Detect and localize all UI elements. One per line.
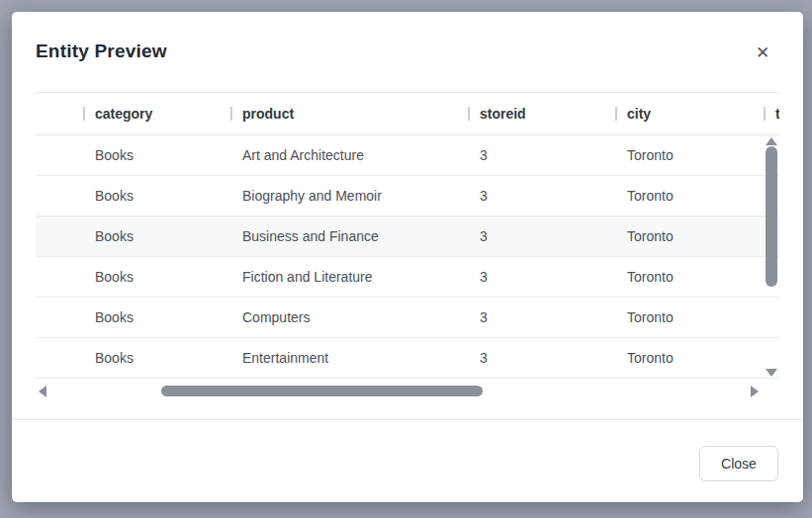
cell-city: Toronto (615, 188, 764, 204)
column-divider (615, 107, 617, 121)
column-divider (764, 107, 766, 121)
cell-storeid: 3 (468, 350, 615, 366)
cell-category: Books (83, 147, 230, 163)
cell-city: Toronto (615, 309, 764, 325)
cell-storeid: 3 (468, 309, 615, 325)
table-row[interactable]: Books Fiction and Literature 3 Toronto (36, 257, 779, 298)
header-gutter (36, 93, 83, 134)
scroll-down-icon[interactable] (766, 369, 777, 377)
column-header-category: category (83, 93, 230, 134)
cell-product: Fiction and Literature (230, 269, 468, 285)
column-divider (83, 107, 85, 121)
cell-city: Toronto (615, 147, 764, 163)
cell-storeid: 3 (468, 269, 615, 285)
horizontal-scrollbar-thumb[interactable] (161, 386, 483, 396)
cell-storeid: 3 (468, 228, 615, 244)
preview-table: category product storeid city t Books A (36, 92, 779, 379)
cell-storeid: 3 (468, 188, 615, 204)
column-label: product (242, 106, 294, 122)
column-header-storeid: storeid (468, 93, 615, 134)
column-header-truncated: t (764, 93, 779, 134)
cell-storeid: 3 (468, 147, 615, 163)
column-label: category (95, 106, 152, 122)
close-button[interactable]: Close (699, 446, 778, 481)
column-header-product: product (230, 93, 468, 134)
dialog-title: Entity Preview (36, 41, 167, 62)
cell-category: Books (83, 228, 230, 244)
table-row[interactable]: Books Business and Finance 3 Toronto (36, 216, 779, 257)
cell-category: Books (83, 188, 230, 204)
table-row[interactable]: Books Computers 3 Toronto (36, 298, 779, 338)
close-icon[interactable]: ✕ (753, 43, 772, 63)
column-label: storeid (480, 106, 526, 122)
cell-product: Business and Finance (230, 228, 468, 244)
table-row[interactable]: Books Biography and Memoir 3 Toronto (36, 176, 779, 216)
cell-product: Biography and Memoir (230, 188, 468, 204)
cell-city: Toronto (615, 269, 764, 285)
table-row[interactable]: Books Entertainment 3 Toronto (36, 338, 779, 379)
table-row[interactable]: Books Art and Architecture 3 Toronto (36, 135, 779, 176)
scroll-up-icon[interactable] (766, 137, 777, 145)
cell-product: Entertainment (230, 350, 468, 366)
cell-city: Toronto (615, 228, 764, 244)
cell-product: Computers (230, 309, 468, 325)
column-divider (468, 107, 470, 121)
cell-city: Toronto (615, 350, 764, 366)
entity-preview-dialog: Entity Preview ✕ category product storei… (12, 12, 803, 502)
cell-category: Books (83, 309, 230, 325)
column-label: city (627, 106, 651, 122)
column-label: t (775, 106, 779, 122)
footer-divider (12, 419, 803, 420)
cell-category: Books (83, 269, 230, 285)
table-header-row: category product storeid city t (36, 92, 779, 135)
vertical-scrollbar-thumb[interactable] (766, 146, 777, 287)
cell-category: Books (83, 350, 230, 366)
scroll-left-icon[interactable] (39, 386, 46, 397)
column-header-city: city (615, 93, 764, 134)
scroll-right-icon[interactable] (751, 386, 759, 397)
column-divider (230, 107, 232, 121)
cell-product: Art and Architecture (230, 147, 468, 163)
